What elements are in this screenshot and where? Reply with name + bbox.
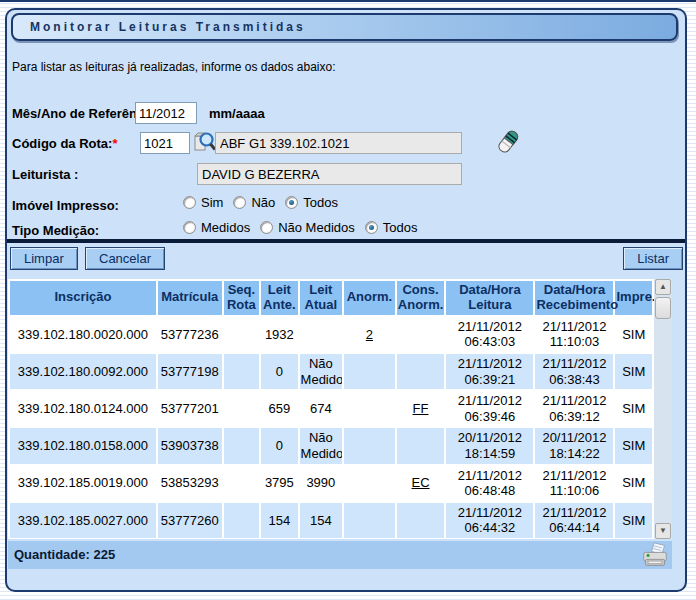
mes-ano-input[interactable]	[135, 102, 197, 124]
results-table: Inscrição Matrícula Seq. Rota Leit Ante.…	[8, 279, 654, 539]
cell-impre: SIM	[615, 317, 652, 352]
radio-circle[interactable]	[260, 221, 273, 234]
radio-label: Todos	[383, 220, 418, 235]
required-asterisk: *	[112, 136, 117, 151]
imovel-impresso-label: Imóvel Impresso:	[12, 198, 119, 213]
leiturista-label: Leiturista :	[12, 167, 78, 182]
cell-anorm	[344, 503, 395, 538]
cell-anorm	[344, 391, 395, 426]
table-row: 339.102.185.0027.0005377726015415421/11/…	[10, 503, 652, 538]
scroll-thumb[interactable]	[655, 297, 671, 319]
cell-matricula: 53777201	[158, 391, 222, 426]
printer-icon[interactable]	[641, 542, 669, 568]
cell-seq-rota	[224, 317, 259, 352]
radio-option-não-medidos[interactable]: Não Medidos	[260, 220, 355, 235]
cell-receb: 20/11/201218:14:22	[535, 428, 613, 463]
cell-cons-anorm: EC	[397, 466, 445, 501]
actions-row: Limpar Cancelar Listar	[7, 247, 685, 271]
cancelar-button[interactable]: Cancelar	[85, 247, 165, 270]
scroll-down-button[interactable]: ▼	[655, 523, 671, 539]
cell-matricula: 53777260	[158, 503, 222, 538]
cell-leit-ante: 659	[261, 391, 297, 426]
cell-inscricao: 339.102.180.0158.000	[10, 428, 156, 463]
form-row-codigo-rota: Código da Rota:*	[7, 132, 685, 158]
consistencia-anormalidade-link[interactable]: FF	[413, 401, 429, 416]
radio-label: Não Medidos	[278, 220, 355, 235]
header-leit-ante: Leit Ante.	[261, 281, 297, 315]
radio-option-todos[interactable]: Todos	[365, 220, 418, 235]
cell-leit-ante: 3795	[261, 466, 297, 501]
cell-inscricao: 339.102.185.0019.000	[10, 466, 156, 501]
radio-circle[interactable]	[365, 221, 378, 234]
cell-leitura: 20/11/201218:14:59	[446, 428, 533, 463]
cell-receb: 21/11/201211:10:06	[535, 466, 613, 501]
cell-inscricao: 339.102.180.0092.000	[10, 354, 156, 389]
cell-leitura: 21/11/201206:44:32	[446, 503, 533, 538]
quantidade-text: Quantidade: 225	[14, 547, 115, 562]
anormalidade-link[interactable]: 2	[366, 327, 373, 342]
table-row: 339.102.180.0158.000539037380Não Medido2…	[10, 428, 652, 463]
cell-leit-atual: Não Medido	[300, 354, 343, 389]
cell-leit-atual: 154	[300, 503, 343, 538]
cell-leit-ante: 1932	[261, 317, 297, 352]
table-scrollbar[interactable]: ▲ ▼	[654, 279, 672, 539]
limpar-button[interactable]: Limpar	[10, 247, 78, 270]
table-footer: Quantidade: 225	[8, 541, 672, 569]
header-anorm: Anorm.	[344, 281, 395, 315]
page-title: Monitorar Leituras Transmitidas	[11, 13, 678, 41]
cell-receb: 21/11/201211:10:03	[535, 317, 613, 352]
eraser-icon[interactable]	[493, 126, 523, 162]
codigo-rota-input[interactable]	[140, 132, 190, 154]
cell-cons-anorm	[397, 503, 445, 538]
radio-label: Todos	[303, 195, 338, 210]
cell-impre: SIM	[615, 503, 652, 538]
consistencia-anormalidade-link[interactable]: EC	[412, 475, 430, 490]
mes-ano-mask-hint: mm/aaaa	[209, 106, 265, 121]
form-row-imovel-impresso: Imóvel Impresso: SimNãoTodos	[7, 194, 685, 220]
radio-option-medidos[interactable]: Medidos	[183, 220, 250, 235]
cell-leitura: 21/11/201206:43:03	[446, 317, 533, 352]
cell-leitura: 21/11/201206:48:48	[446, 466, 533, 501]
radio-option-não[interactable]: Não	[233, 195, 275, 210]
page-title-text: Monitorar Leituras Transmitidas	[30, 20, 306, 34]
radio-label: Medidos	[201, 220, 250, 235]
table-row: 339.102.180.0020.000537772361932221/11/2…	[10, 317, 652, 352]
table-row: 339.102.185.0019.0005385329337953990EC21…	[10, 466, 652, 501]
cell-inscricao: 339.102.180.0124.000	[10, 391, 156, 426]
table-row: 339.102.180.0092.000537771980Não Medido2…	[10, 354, 652, 389]
cell-impre: SIM	[615, 428, 652, 463]
cell-matricula: 53777236	[158, 317, 222, 352]
radio-circle[interactable]	[233, 196, 246, 209]
cell-matricula: 53777198	[158, 354, 222, 389]
radio-circle[interactable]	[183, 221, 196, 234]
cell-cons-anorm: FF	[397, 391, 445, 426]
cell-receb: 21/11/201206:38:43	[535, 354, 613, 389]
cell-receb: 21/11/201206:44:14	[535, 503, 613, 538]
cell-impre: SIM	[615, 466, 652, 501]
cell-leit-ante: 0	[261, 428, 297, 463]
codigo-rota-label: Código da Rota:*	[12, 136, 117, 151]
radio-option-sim[interactable]: Sim	[183, 195, 223, 210]
results-table-area: Inscrição Matrícula Seq. Rota Leit Ante.…	[8, 279, 672, 539]
cell-cons-anorm	[397, 354, 445, 389]
form-row-leiturista: Leiturista :	[7, 163, 685, 189]
imovel-impresso-radio-group: SimNãoTodos	[183, 195, 348, 210]
radio-circle[interactable]	[285, 196, 298, 209]
cell-matricula: 53903738	[158, 428, 222, 463]
instruction-text: Para listar as leituras já realizadas, i…	[12, 60, 336, 74]
radio-label: Sim	[201, 195, 223, 210]
scroll-up-button[interactable]: ▲	[655, 279, 671, 295]
listar-button[interactable]: Listar	[623, 247, 683, 270]
header-leit-atual: Leit Atual	[300, 281, 343, 315]
monitor-leituras-panel: Monitorar Leituras Transmitidas Para lis…	[5, 8, 687, 592]
table-row: 339.102.180.0124.00053777201659674FF21/1…	[10, 391, 652, 426]
header-seq-rota: Seq. Rota	[224, 281, 259, 315]
leiturista-field	[197, 163, 462, 185]
search-icon[interactable]	[193, 130, 217, 160]
page-top-border	[0, 0, 696, 2]
header-impre: Impre.	[615, 281, 652, 315]
radio-circle[interactable]	[183, 196, 196, 209]
form-table-separator	[7, 239, 685, 243]
cell-leitura: 21/11/201206:39:46	[446, 391, 533, 426]
radio-option-todos[interactable]: Todos	[285, 195, 338, 210]
